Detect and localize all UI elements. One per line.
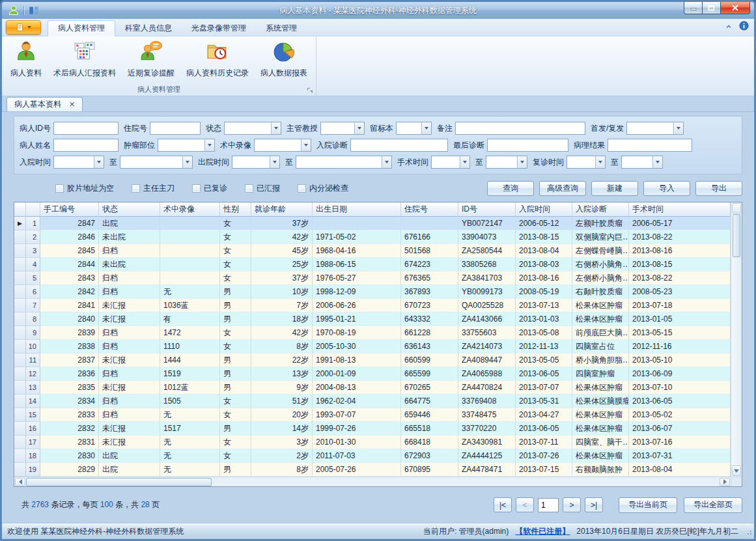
table-row[interactable]: ▶12847出院女37岁YB00721472006-05-12左额叶胶质瘤200…: [14, 217, 731, 230]
filter-select[interactable]: [224, 122, 281, 135]
filter-select[interactable]: [567, 156, 606, 169]
table-row[interactable]: 112837未汇报1444男22岁1991-08-13660599ZA40894…: [14, 354, 731, 367]
export-button[interactable]: 导出: [695, 181, 742, 196]
filter-input[interactable]: [487, 139, 568, 152]
table-row[interactable]: 132835未汇报1012蓝男9岁2004-08-13670265ZA44708…: [14, 381, 731, 395]
filter-input[interactable]: [608, 139, 692, 152]
column-header[interactable]: 住院号: [401, 202, 458, 217]
column-header[interactable]: 手工编号: [40, 202, 99, 217]
table-row[interactable]: 102838归档1110女8岁2005-10-30636143ZA4214073…: [14, 340, 731, 354]
first-page-button[interactable]: |<: [494, 497, 512, 512]
export-all-pages-button[interactable]: 导出全部页: [684, 497, 742, 513]
column-header[interactable]: 出生日期: [313, 202, 401, 217]
vertical-scrollbar-track[interactable]: [731, 257, 742, 465]
filter-checkbox[interactable]: 主任主刀: [132, 183, 175, 194]
table-row[interactable]: 32845归档女45岁1968-04-16501568ZA25805442013…: [14, 244, 731, 258]
table-row[interactable]: 172831未汇报无女3岁2010-01-30668418ZA343098120…: [14, 436, 731, 449]
dropdown-button[interactable]: [673, 122, 683, 134]
minimize-button[interactable]: [684, 2, 703, 14]
ribbon-tab[interactable]: 科室人员信息: [115, 21, 182, 36]
close-icon[interactable]: [721, 2, 750, 14]
horizontal-scrollbar[interactable]: [14, 477, 731, 486]
filter-checkbox[interactable]: 内分泌检查: [298, 183, 348, 194]
table-row[interactable]: 162832未汇报1517男14岁1999-07-266655183377022…: [14, 422, 731, 436]
filter-select[interactable]: [120, 156, 193, 169]
ribbon-collapse-icon[interactable]: [725, 21, 733, 33]
table-row[interactable]: 62842归档无男10岁1998-12-09367893YB0099173200…: [14, 285, 731, 299]
column-header[interactable]: ID号: [458, 202, 516, 217]
filter-checkbox[interactable]: 已复诊: [192, 183, 227, 194]
dropdown-button[interactable]: [517, 156, 527, 168]
dropdown-button[interactable]: [652, 156, 662, 168]
vertical-scrollbar[interactable]: [731, 202, 742, 477]
maximize-button[interactable]: [703, 2, 721, 14]
next-page-button[interactable]: >: [563, 497, 581, 512]
ribbon-button[interactable]: 近期复诊提醒: [122, 38, 180, 85]
resize-grip-icon[interactable]: [745, 528, 753, 538]
dropdown-button[interactable]: [301, 139, 311, 151]
table-row[interactable]: 72841未汇报1036蓝男7岁2006-06-26670723QA002552…: [14, 299, 731, 312]
search-button[interactable]: 查询: [487, 181, 534, 196]
dropdown-button[interactable]: [354, 122, 364, 134]
table-row[interactable]: 192829出院无男8岁2005-07-26670895ZA4478471201…: [14, 463, 731, 477]
app-logo-icon[interactable]: [8, 5, 20, 16]
table-row[interactable]: 52843归档女37岁1976-05-27676365ZA38417032013…: [14, 271, 731, 285]
dropdown-button[interactable]: [271, 122, 281, 134]
filter-checkbox[interactable]: 胶片地址为空: [55, 183, 114, 194]
table-row[interactable]: 152833归档无女20岁1993-07-0765944633748475201…: [14, 408, 731, 422]
ribbon-button[interactable]: 病人资料: [5, 38, 48, 85]
application-menu-button[interactable]: [6, 20, 41, 35]
horizontal-scrollbar-thumb[interactable]: [26, 478, 212, 486]
dropdown-button[interactable]: [460, 156, 469, 168]
help-info-icon[interactable]: [739, 21, 749, 33]
dropdown-button[interactable]: [270, 156, 279, 168]
column-header[interactable]: 状态: [99, 202, 160, 217]
dropdown-button[interactable]: [382, 156, 391, 168]
filter-select[interactable]: [254, 139, 311, 152]
filter-select[interactable]: [431, 156, 470, 169]
license-registered-link[interactable]: 【软件已注册】: [515, 526, 570, 537]
column-header[interactable]: 就诊年龄: [251, 202, 313, 217]
filter-select[interactable]: [626, 122, 684, 135]
ribbon-tab[interactable]: 病人资料管理: [48, 20, 115, 36]
last-page-button[interactable]: >|: [585, 497, 603, 512]
vertical-scrollbar-thumb[interactable]: [733, 214, 740, 257]
filter-select[interactable]: [621, 156, 663, 169]
page-number-input[interactable]: [538, 498, 559, 512]
dialog-launcher-icon[interactable]: [306, 87, 314, 94]
ribbon-button[interactable]: 术后病人汇报资料: [48, 38, 122, 85]
export-current-page-button[interactable]: 导出当前页: [619, 497, 677, 513]
filter-select[interactable]: [486, 156, 527, 169]
table-row[interactable]: 22846未出院女42岁1971-05-02676166339040732013…: [14, 230, 731, 244]
tab-close-icon[interactable]: ✕: [69, 101, 75, 108]
dropdown-button[interactable]: [94, 156, 104, 168]
ribbon-button[interactable]: 病人资料历史记录: [180, 38, 255, 85]
ribbon-tab[interactable]: 系统管理: [256, 21, 307, 36]
filter-input[interactable]: [150, 122, 201, 135]
filter-checkbox[interactable]: 已汇报: [245, 183, 280, 194]
column-header[interactable]: 入院诊断: [572, 202, 629, 217]
ribbon-button[interactable]: 病人数据报表: [255, 38, 313, 85]
column-header[interactable]: 手术时间: [629, 202, 731, 217]
filter-select[interactable]: [232, 156, 280, 169]
dropdown-button[interactable]: [421, 122, 431, 134]
filter-input[interactable]: [350, 139, 448, 152]
filter-input[interactable]: [455, 122, 585, 135]
filter-input[interactable]: [53, 139, 119, 152]
new-button[interactable]: 新建: [591, 181, 638, 196]
dropdown-button[interactable]: [182, 156, 192, 168]
column-header[interactable]: 性别: [220, 202, 251, 217]
dropdown-button[interactable]: [595, 156, 605, 168]
ribbon-tab[interactable]: 光盘录像带管理: [182, 21, 256, 36]
filter-select[interactable]: [320, 122, 365, 135]
column-header[interactable]: 术中录像: [160, 202, 220, 217]
filter-select[interactable]: [53, 156, 104, 169]
scroll-right-icon[interactable]: [720, 478, 730, 486]
table-row[interactable]: 42844未出院女25岁1988-06-15674223338052682013…: [14, 258, 731, 271]
table-row[interactable]: 122836归档1519男13岁2000-01-09665599ZA406598…: [14, 367, 731, 381]
table-row[interactable]: 182830出院无女2岁2011-07-03672903ZA4444125201…: [14, 449, 731, 463]
tab-patient-basic-info[interactable]: 病人基本资料 ✕: [7, 97, 83, 111]
import-button[interactable]: 导入: [643, 181, 690, 196]
dropdown-button[interactable]: [204, 139, 214, 151]
filter-select[interactable]: [396, 122, 432, 135]
